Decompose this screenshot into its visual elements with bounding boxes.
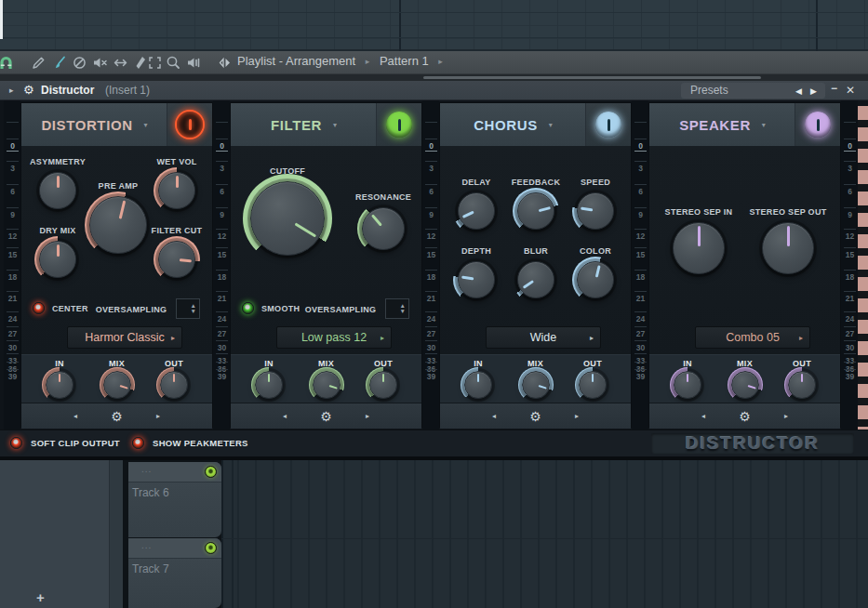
module-type-selector[interactable]: SPEAKER ▾ — [649, 103, 795, 146]
knob-color[interactable] — [577, 261, 614, 298]
minimize-button[interactable]: − — [831, 82, 837, 95]
knob-blur[interactable] — [517, 261, 554, 298]
knob-pre-amp[interactable] — [89, 196, 147, 254]
center-toggle[interactable]: CENTER — [33, 302, 88, 314]
magnet-snap-icon[interactable] — [0, 55, 14, 71]
module-type-selector[interactable]: DISTORTION ▾ — [21, 103, 167, 146]
prev-preset-icon[interactable]: ◂ — [492, 412, 496, 420]
led-indicator[interactable] — [242, 302, 254, 314]
delete-tool-icon[interactable] — [72, 55, 87, 71]
breadcrumb-separator-icon: ▸ — [359, 57, 377, 66]
knob-in[interactable] — [674, 371, 701, 399]
prev-preset-icon[interactable]: ◂ — [73, 412, 77, 420]
stretch-tool-icon[interactable] — [113, 55, 128, 71]
slip-tool-icon[interactable] — [132, 55, 148, 71]
knob-wet-vol[interactable] — [158, 172, 195, 209]
knob-filter-cut[interactable] — [158, 241, 195, 278]
oversampling-stepper[interactable]: ▲ ▼ — [176, 298, 200, 319]
filter-preset-selector[interactable]: Low pass 12 ▸ — [276, 326, 392, 349]
knob-dry-mix[interactable] — [39, 241, 76, 278]
pencil-tool-icon[interactable] — [31, 55, 47, 71]
show-peakmeters-toggle[interactable]: SHOW PEAKMETERS — [132, 437, 248, 449]
track-options-dots[interactable]: ... — [141, 540, 152, 550]
preset-next-icon[interactable]: ▶ — [810, 86, 817, 96]
knob-asymmetry[interactable] — [39, 172, 76, 209]
mute-tool-icon[interactable] — [92, 55, 108, 71]
track-name[interactable]: Track 6 — [132, 486, 169, 499]
knob-depth[interactable] — [458, 261, 495, 298]
knob-feedback[interactable] — [517, 192, 554, 230]
vertical-scrollbar[interactable] — [109, 460, 123, 608]
knob-stereo-sep-out[interactable] — [762, 222, 814, 274]
knob-delay[interactable] — [458, 192, 495, 230]
zoom-magnifier-icon[interactable] — [166, 55, 181, 71]
knob-in[interactable] — [255, 371, 283, 399]
stepper-down-icon[interactable]: ▼ — [191, 309, 196, 314]
knob-mix[interactable] — [103, 371, 131, 399]
knob-resonance[interactable] — [362, 207, 405, 250]
monitor-speaker-icon[interactable] — [217, 55, 233, 71]
led-indicator[interactable] — [132, 437, 144, 449]
speaker-preset-selector[interactable]: Combo 05 ▸ — [695, 326, 810, 349]
track-row[interactable]: ... Track 7 — [128, 538, 221, 608]
module-type-selector[interactable]: CHORUS ▾ — [440, 103, 586, 146]
knob-mix[interactable] — [522, 371, 550, 399]
knob-mix[interactable] — [731, 371, 759, 399]
track-enable-led[interactable] — [205, 542, 217, 554]
breadcrumb-pattern[interactable]: Pattern 1 — [380, 54, 429, 68]
track-header[interactable]: ... — [128, 538, 221, 559]
knob-out[interactable] — [788, 371, 816, 399]
horizontal-scrollbar[interactable] — [423, 76, 761, 79]
gear-icon[interactable]: ⚙ — [320, 409, 332, 424]
close-button[interactable]: ✕ — [846, 84, 855, 97]
add-icon[interactable]: + — [36, 589, 45, 605]
prev-preset-icon[interactable]: ◂ — [283, 412, 287, 420]
breadcrumb-playlist[interactable]: Playlist - Arrangement — [237, 54, 355, 68]
breadcrumb[interactable]: Playlist - Arrangement ▸ Pattern 1 ▸ — [237, 54, 449, 68]
led-indicator[interactable] — [33, 302, 45, 314]
presets-selector[interactable]: Presets ◀ ▶ — [681, 83, 825, 99]
knob-out[interactable] — [369, 371, 397, 399]
plugin-bottom-bar: SOFT CLIP OUTPUT SHOW PEAKMETERS DISTRUC… — [0, 430, 868, 456]
led-indicator[interactable] — [10, 437, 22, 449]
oversampling-stepper[interactable]: ▲ ▼ — [385, 298, 409, 319]
plugin-options-arrow-icon[interactable]: ▸ — [9, 86, 14, 95]
plugin-gear-icon[interactable]: ⚙ — [23, 83, 34, 97]
power-button[interactable] — [595, 112, 621, 138]
track-options-dots[interactable]: ... — [141, 464, 152, 474]
knob-mix[interactable] — [313, 371, 341, 399]
paint-brush-tool-icon[interactable] — [51, 55, 67, 71]
stepper-down-icon[interactable]: ▼ — [400, 309, 406, 314]
knob-out[interactable] — [579, 371, 607, 399]
soft-clip-toggle[interactable]: SOFT CLIP OUTPUT — [10, 437, 120, 449]
plugin-titlebar[interactable]: ▸ ⚙ Distructor (Insert 1) Presets ◀ ▶ − … — [0, 81, 868, 100]
gear-icon[interactable]: ⚙ — [529, 409, 541, 424]
next-preset-icon[interactable]: ▸ — [784, 412, 788, 420]
gear-icon[interactable]: ⚙ — [111, 409, 123, 424]
playback-speaker-icon[interactable] — [186, 55, 202, 71]
chorus-preset-selector[interactable]: Wide ▸ — [486, 326, 601, 349]
knob-in[interactable] — [46, 371, 73, 399]
preset-prev-icon[interactable]: ◀ — [795, 86, 802, 96]
gear-icon[interactable]: ⚙ — [739, 409, 751, 424]
next-preset-icon[interactable]: ▸ — [575, 412, 579, 420]
track-header[interactable]: ... — [128, 462, 221, 482]
knob-out[interactable] — [160, 371, 188, 399]
distortion-preset-selector[interactable]: Harmor Classic ▸ — [67, 326, 182, 349]
power-button[interactable] — [386, 112, 412, 138]
knob-speed[interactable] — [577, 192, 614, 230]
prev-preset-icon[interactable]: ◂ — [701, 412, 705, 420]
grid-bar-line — [221, 460, 223, 608]
power-button[interactable] — [175, 110, 205, 139]
knob-cutoff[interactable] — [250, 181, 325, 256]
select-zone-icon[interactable] — [147, 55, 163, 71]
track-enable-led[interactable] — [205, 466, 217, 478]
next-preset-icon[interactable]: ▸ — [156, 412, 160, 420]
track-name[interactable]: Track 7 — [132, 562, 169, 575]
knob-stereo-sep-in[interactable] — [673, 222, 725, 274]
knob-in[interactable] — [464, 371, 492, 399]
module-type-selector[interactable]: FILTER ▾ — [231, 103, 377, 146]
power-button[interactable] — [805, 112, 831, 138]
track-row[interactable]: ... Track 6 — [128, 462, 221, 537]
next-preset-icon[interactable]: ▸ — [366, 412, 369, 420]
